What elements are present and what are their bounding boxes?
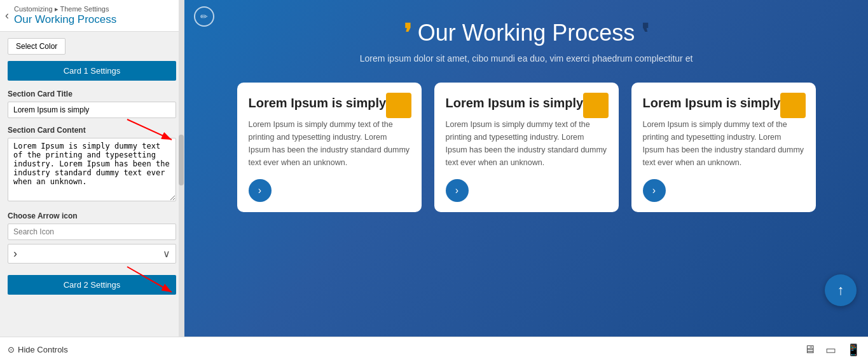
- icon-preview-row: › ∨: [8, 244, 176, 264]
- right-panel: ✏ ❜ Our Working Process ❜ Lorem ipsum do…: [184, 0, 868, 337]
- chevron-down-icon[interactable]: ∨: [163, 248, 170, 260]
- section-card-content-textarea[interactable]: Lorem Ipsum is simply dummy text of the …: [8, 138, 176, 201]
- card-body-3: Lorem Ipsum is simply dummy text of the …: [643, 118, 804, 169]
- card1-settings-button[interactable]: Card 1 Settings: [8, 61, 176, 81]
- card-body-1: Lorem Ipsum is simply dummy text of the …: [249, 118, 410, 169]
- section-subtitle: Lorem ipsum dolor sit amet, cibo mundi e…: [360, 53, 693, 64]
- breadcrumb-area: Customizing ▸ Theme Settings Our Working…: [14, 5, 116, 26]
- section-card-content-group: Section Card Content Lorem Ipsum is simp…: [8, 126, 176, 204]
- icon-search-input[interactable]: [8, 224, 176, 240]
- panel-content: Select Color Card 1 Settings Section Car…: [0, 32, 184, 337]
- cards-row: Lorem Ipsum is simply Lorem Ipsum is sim…: [224, 83, 829, 212]
- card-body-2: Lorem Ipsum is simply dummy text of the …: [446, 118, 607, 169]
- scroll-thumb: [179, 135, 184, 185]
- hide-controls-button[interactable]: ⊙ Hide Controls: [8, 345, 68, 354]
- section-card-title-label: Section Card Title: [8, 90, 176, 98]
- back-button[interactable]: ‹: [5, 9, 9, 22]
- desktop-icon[interactable]: 🖥: [804, 343, 815, 357]
- card-corner-icon-3: [780, 93, 806, 118]
- phone-icon[interactable]: 📱: [846, 343, 860, 357]
- bottom-left: ⊙ Hide Controls: [8, 345, 68, 354]
- choose-arrow-icon-group: Choose Arrow icon › ∨: [8, 211, 176, 264]
- section-heading: ❜ Our Working Process ❜: [404, 19, 649, 47]
- card-arrow-btn-2[interactable]: ›: [446, 179, 469, 202]
- process-card-3: Lorem Ipsum is simply Lorem Ipsum is sim…: [631, 83, 816, 212]
- process-card-2: Lorem Ipsum is simply Lorem Ipsum is sim…: [434, 83, 619, 212]
- process-card-1: Lorem Ipsum is simply Lorem Ipsum is sim…: [237, 83, 422, 212]
- card-corner-icon-2: [583, 93, 609, 118]
- preview-section: ✏ ❜ Our Working Process ❜ Lorem ipsum do…: [184, 0, 868, 337]
- card-corner-icon-1: [386, 93, 411, 118]
- bottom-device-icons: 🖥 ▭ 📱: [804, 343, 860, 357]
- section-card-title-input[interactable]: [8, 102, 176, 118]
- scroll-indicator: [179, 0, 184, 337]
- section-card-content-label: Section Card Content: [8, 126, 176, 135]
- select-color-button[interactable]: Select Color: [8, 38, 65, 55]
- section-card-title-group: Section Card Title: [8, 90, 176, 118]
- icon-search-wrapper: [8, 224, 176, 240]
- panel-title: Our Working Process: [14, 13, 116, 26]
- card-arrow-btn-3[interactable]: ›: [643, 179, 666, 202]
- eye-icon: ⊙: [8, 345, 15, 354]
- left-panel: ‹ Customizing ▸ Theme Settings Our Worki…: [0, 0, 184, 337]
- card2-settings-button[interactable]: Card 2 Settings: [8, 275, 176, 295]
- heading-icon-left: ❜: [404, 19, 411, 47]
- tablet-icon[interactable]: ▭: [825, 343, 836, 357]
- icon-char: ›: [13, 247, 17, 260]
- edit-icon-circle[interactable]: ✏: [194, 6, 214, 27]
- section-title: Our Working Process: [418, 20, 635, 46]
- upload-button[interactable]: ↑: [825, 274, 857, 306]
- hide-controls-label: Hide Controls: [18, 345, 68, 354]
- panel-header: ‹ Customizing ▸ Theme Settings Our Worki…: [0, 0, 184, 32]
- heading-icon-right: ❜: [641, 19, 649, 47]
- breadcrumb: Customizing ▸ Theme Settings: [14, 5, 116, 13]
- choose-arrow-icon-label: Choose Arrow icon: [8, 211, 176, 220]
- card-arrow-btn-1[interactable]: ›: [249, 179, 272, 202]
- bottom-bar: ⊙ Hide Controls 🖥 ▭ 📱: [0, 337, 868, 362]
